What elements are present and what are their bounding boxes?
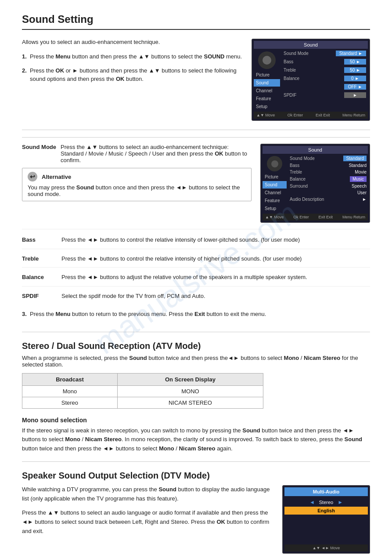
stereo-title: Stereo / Dual Sound Reception (ATV Mode) [22, 341, 370, 351]
tv-sidebar-feature[interactable]: Feature [254, 95, 280, 102]
tv-row-off: OFF ► [282, 83, 368, 91]
balance-row: Balance Press the ◄► buttons to adjust t… [22, 273, 370, 287]
ma-arrow-right: ► [338, 499, 343, 505]
tv2-row-audio-desc: Audio Description ► [288, 196, 368, 203]
treble-row: Treble Press the ◄► buttons to control t… [22, 254, 370, 268]
ma-stereo-row: ◄ Stereo ► [284, 498, 368, 507]
tv2-body: Picture Sound Channel Feature Setup Soun… [263, 155, 368, 212]
sound-mode-label: Sound Mode [22, 144, 56, 163]
tv2-row-5: Surround Speech [288, 183, 368, 189]
treble-label: Treble [22, 254, 53, 263]
step-3-num: 3. [22, 310, 30, 319]
step-1-bold2: SOUND [204, 53, 224, 60]
tv-footer-1: ▲▼ Move Ok Enter Exit Exit Menu Return [254, 112, 368, 119]
ma-empty-3 [284, 529, 368, 536]
step-1-bold1: Menu [56, 53, 71, 60]
tv-body-1: Picture Sound Channel Feature Setup Soun… [254, 50, 368, 110]
tv-sidebar-channel[interactable]: Channel [254, 87, 280, 94]
step-2-arrows: ▲▼ [149, 67, 160, 74]
tv2-header: Sound [263, 146, 368, 154]
tv2-feature[interactable]: Feature [263, 197, 287, 204]
sound-mode-left: Sound Mode Press the ▲▼ buttons to selec… [22, 144, 252, 223]
broadcast-col-header: Broadcast [22, 373, 118, 385]
mono-sound-title: Mono sound selection [22, 417, 370, 424]
balance-label: Balance [22, 273, 53, 282]
treble-desc: Press the ◄► buttons to control the rela… [61, 254, 370, 263]
tv-header-1: Sound [254, 41, 368, 49]
multi-audio-box: Multi-Audio ◄ Stereo ► English ▲▼ ◄► Mov… [282, 485, 370, 554]
tv-sidebar-sound[interactable]: Sound [254, 79, 280, 87]
ma-english-value: English [317, 508, 335, 513]
step-2-num: 2. [22, 66, 30, 83]
step-2: 2. Press the OK or ► buttons and then pr… [22, 66, 243, 83]
tv-row-spdif: SPDIF ► [282, 91, 368, 99]
intro-text-area: Allows you to select an audio-enhancemen… [22, 39, 243, 121]
tv-screenshot-1: Sound Picture Sound Channel Feature Setu… [252, 39, 370, 121]
mono-sound-text: If the stereo signal is weak in stereo r… [22, 426, 370, 453]
tv-main-1: Sound Mode Standard ► Bass 50 ► Treble 5… [282, 50, 368, 110]
stereo-section: Stereo / Dual Sound Reception (ATV Mode)… [22, 341, 370, 409]
broadcast-stereo: Stereo [22, 397, 118, 408]
tv-row-soundmode: Sound Mode Standard ► [282, 50, 368, 57]
tv2-row-3: Treble Movie [288, 169, 368, 175]
alternative-desc: You may press the Sound button once and … [28, 184, 246, 197]
sound-mode-desc: Press the ▲▼ buttons to select an audio-… [61, 144, 252, 163]
display-stereo: NICAM STEREO [117, 397, 263, 408]
speaker-text-1: While watching a DTV programme, you can … [22, 485, 273, 504]
tv2-row-6: User [288, 189, 368, 196]
tv2-sidebar: Picture Sound Channel Feature Setup [263, 155, 287, 212]
tv-row-treble: Treble 50 ► [282, 66, 368, 74]
tv2-row-4: Balance Music [288, 175, 368, 183]
tv-sidebar-1: Picture Sound Channel Feature Setup [254, 50, 280, 110]
step-3: 3. Press the Menu button to return to th… [22, 310, 370, 319]
speaker-text-2: Press the ▲▼ buttons to select an audio … [22, 508, 273, 536]
divider-2 [22, 332, 370, 332]
tv-row-bass: Bass 50 ► [282, 58, 368, 65]
bass-desc: Press the ◄► buttons to control the rela… [61, 236, 370, 244]
spdif-desc: Select the spdif mode for the TV from of… [61, 292, 370, 301]
speaker-section: Speaker Sound Output Selection (DTV Mode… [22, 471, 370, 554]
tv2-sound[interactable]: Sound [263, 181, 287, 189]
ma-english-row: English [284, 507, 368, 515]
mono-sound-section: Mono sound selection If the stereo signa… [22, 417, 370, 453]
bottom-section: While watching a DTV programme, you can … [22, 485, 370, 554]
table-row-stereo: Stereo NICAM STEREO [22, 397, 263, 408]
tv2-row-1: Sound Mode Standard [288, 155, 368, 162]
divider-3 [22, 461, 370, 462]
tv2-main: Sound Mode Standard Bass Standard Treble… [288, 155, 368, 212]
bottom-text: While watching a DTV programme, you can … [22, 485, 273, 554]
page-title: Sound Setting [22, 13, 370, 30]
display-col-header: On Screen Display [117, 373, 263, 385]
ma-empty-1 [284, 515, 368, 522]
step-1-content: Press the Menu button and then press the… [30, 52, 243, 61]
ma-arrow-left: ◄ [309, 499, 315, 505]
divider-1 [22, 130, 370, 130]
ma-stereo-value: Stereo [319, 500, 333, 505]
tv2-channel[interactable]: Channel [263, 189, 287, 196]
alternative-title: ↩ Alternative [28, 172, 246, 181]
tv2-picture[interactable]: Picture [263, 173, 287, 181]
step-1: 1. Press the Menu button and then press … [22, 52, 243, 61]
step-2-content: Press the OK or ► buttons and then press… [30, 66, 243, 83]
intro-paragraph: Allows you to select an audio-enhancemen… [22, 39, 243, 45]
intro-section: Allows you to select an audio-enhancemen… [22, 39, 370, 121]
tv-sidebar-picture[interactable]: Picture [254, 71, 280, 79]
tv2-setup[interactable]: Setup [263, 205, 287, 212]
tv-sidebar-setup[interactable]: Setup [254, 103, 280, 110]
step-1-num: 1. [22, 52, 30, 61]
spdif-label: SPDIF [22, 292, 53, 301]
step-3-bold2: Exit [194, 311, 205, 317]
step-2-bold1: OK [56, 67, 65, 74]
spdif-row: SPDIF Select the spdif mode for the TV f… [22, 292, 370, 305]
step-2-bold2: OK [116, 76, 125, 82]
sound-mode-section: Sound Mode Press the ▲▼ buttons to selec… [22, 144, 370, 229]
ma-header: Multi-Audio [284, 487, 368, 496]
bass-label: Bass [22, 236, 53, 244]
alternative-box: ↩ Alternative You may press the Sound bu… [22, 168, 252, 201]
tv2-row-2: Bass Standard [288, 162, 368, 169]
balance-desc: Press the ◄► buttons to adjust the relat… [61, 273, 370, 282]
speaker-title: Speaker Sound Output Selection (DTV Mode… [22, 471, 370, 481]
tv-row-balance: Balance 0 ► [282, 75, 368, 82]
tv2-footer: ▲▼ Move Ok Enter Exit Exit Menu Return [263, 214, 368, 221]
table-row-mono: Mono MONO [22, 385, 263, 397]
